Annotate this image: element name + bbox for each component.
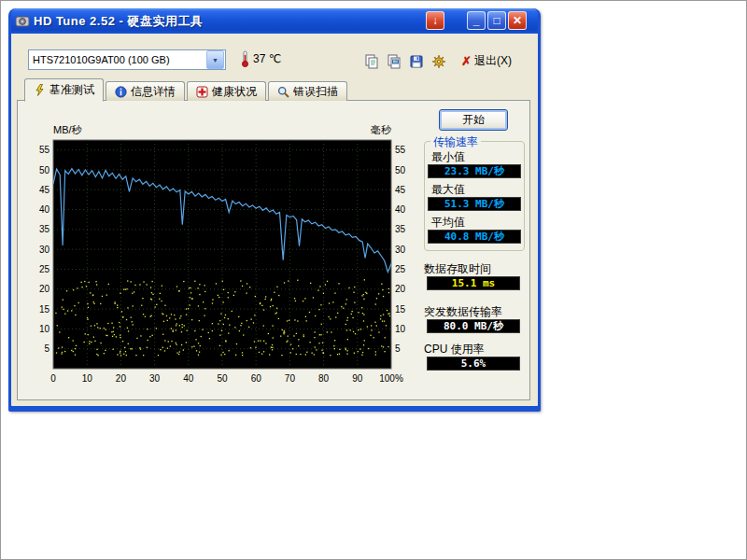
svg-text:40: 40 [183,373,194,384]
svg-text:50: 50 [217,373,228,384]
svg-text:15: 15 [395,304,406,315]
access-time-label: 数据存取时间 [424,261,491,277]
burst-rate-value: 80.0 MB/秒 [427,319,520,333]
svg-text:25: 25 [395,264,406,274]
tab-health-label: 健康状况 [212,84,257,100]
benchmark-chart: MB/秒毫秒5555505045454040353530302525202015… [25,123,423,389]
average-value: 40.8 MB/秒 [428,230,521,244]
burst-rate-label: 突发数据传输率 [424,304,502,320]
svg-text:80: 80 [318,373,330,384]
temperature-value: 37 ℃ [253,52,281,65]
minimum-value: 23.3 MB/秒 [428,164,521,178]
options-gear-icon [431,54,446,69]
access-time-value: 15.1 ms [427,276,520,290]
update-download-button[interactable]: ↓ [426,11,444,30]
svg-text:55: 55 [395,145,406,155]
svg-text:30: 30 [39,245,50,255]
svg-text:毫秒: 毫秒 [371,124,392,135]
maximum-value: 51.3 MB/秒 [428,197,521,211]
app-icon [15,14,30,29]
exit-cross-icon: ✗ [461,54,472,68]
drive-select-value: HTS721010G9AT00 (100 GB) [29,54,206,65]
svg-text:30: 30 [395,245,406,255]
benchmark-icon [34,84,46,96]
svg-text:90: 90 [352,373,363,384]
svg-text:30: 30 [149,373,161,384]
tab-error-scan-label: 错误扫描 [293,84,338,100]
start-button[interactable]: 开始 [439,109,508,131]
copy-image-icon [387,54,402,69]
svg-text:25: 25 [39,264,50,274]
benchmark-chart-svg: MB/秒毫秒5555505045454040353530302525202015… [25,123,423,389]
svg-text:0: 0 [50,373,56,384]
tab-error-scan[interactable]: 错误扫描 [268,81,347,101]
copy-text-icon [364,54,379,69]
svg-text:10: 10 [39,324,50,334]
tab-health[interactable]: 健康状况 [187,81,266,101]
window-title: HD Tune 2.52 - 硬盘实用工具 [34,13,203,30]
exit-button[interactable]: ✗ 退出(X) [458,50,515,71]
minimum-label: 最小值 [431,149,465,165]
transfer-rate-group-title: 传输速率 [430,134,481,150]
svg-text:40: 40 [395,204,406,215]
copy-image-button[interactable] [383,50,405,73]
svg-text:15: 15 [39,304,50,315]
tab-benchmark-label: 基准测试 [49,82,94,98]
svg-text:35: 35 [39,224,50,234]
title-bar[interactable]: HD Tune 2.52 - 硬盘实用工具 ↓ _ □ ✕ [11,8,538,34]
options-button[interactable] [428,50,450,73]
hdtune-window: HD Tune 2.52 - 硬盘实用工具 ↓ _ □ ✕ HTS721010G… [8,8,541,412]
tab-benchmark[interactable]: 基准测试 [24,78,104,102]
temperature-indicator: 37 ℃ [241,50,281,67]
desktop: HD Tune 2.52 - 硬盘实用工具 ↓ _ □ ✕ HTS721010G… [0,0,747,560]
svg-text:5: 5 [395,343,401,354]
client-area: HTS721010G9AT00 (100 GB) ▼ 37 ℃ [11,34,538,406]
copy-text-button[interactable] [360,50,383,73]
svg-text:20: 20 [395,284,406,294]
svg-text:60: 60 [251,373,262,384]
tab-info[interactable]: 信息详情 [106,81,185,101]
svg-text:100%: 100% [379,373,403,384]
svg-text:45: 45 [395,185,406,195]
svg-text:40: 40 [39,204,50,215]
thermometer-icon [241,50,249,67]
svg-text:20: 20 [116,373,127,384]
svg-text:55: 55 [39,145,50,155]
save-icon [409,54,424,69]
svg-text:70: 70 [285,373,296,384]
exit-button-label: 退出(X) [474,53,512,69]
svg-text:10: 10 [82,373,93,384]
svg-text:45: 45 [39,185,50,195]
save-screenshot-button[interactable] [405,50,428,73]
svg-text:50: 50 [39,165,50,175]
svg-text:50: 50 [395,165,406,175]
svg-text:20: 20 [39,284,50,294]
maximize-button[interactable]: □ [487,11,506,30]
cpu-usage-value: 5.6% [427,357,520,371]
close-button[interactable]: ✕ [508,11,527,30]
health-icon [196,86,208,98]
svg-text:10: 10 [395,324,406,334]
average-label: 平均值 [431,215,465,231]
tab-info-label: 信息详情 [131,84,176,100]
info-icon [115,86,127,98]
minimize-button[interactable]: _ [467,11,486,30]
cpu-usage-label: CPU 使用率 [424,342,485,357]
magnifier-icon [277,86,289,98]
svg-text:MB/秒: MB/秒 [53,124,83,135]
tab-bar: 基准测试 信息详情 健康状况 [24,80,349,101]
transfer-rate-group: 传输速率 最小值 23.3 MB/秒 最大值 51.3 MB/秒 平均值 40.… [424,141,525,251]
svg-text:35: 35 [395,224,406,234]
benchmark-tab-page: MB/秒毫秒5555505045454040353530302525202015… [17,100,530,400]
chevron-down-icon[interactable]: ▼ [206,50,224,69]
drive-select-dropdown[interactable]: HTS721010G9AT00 (100 GB) ▼ [28,49,226,70]
svg-text:5: 5 [44,343,49,354]
maximum-label: 最大值 [431,182,465,198]
